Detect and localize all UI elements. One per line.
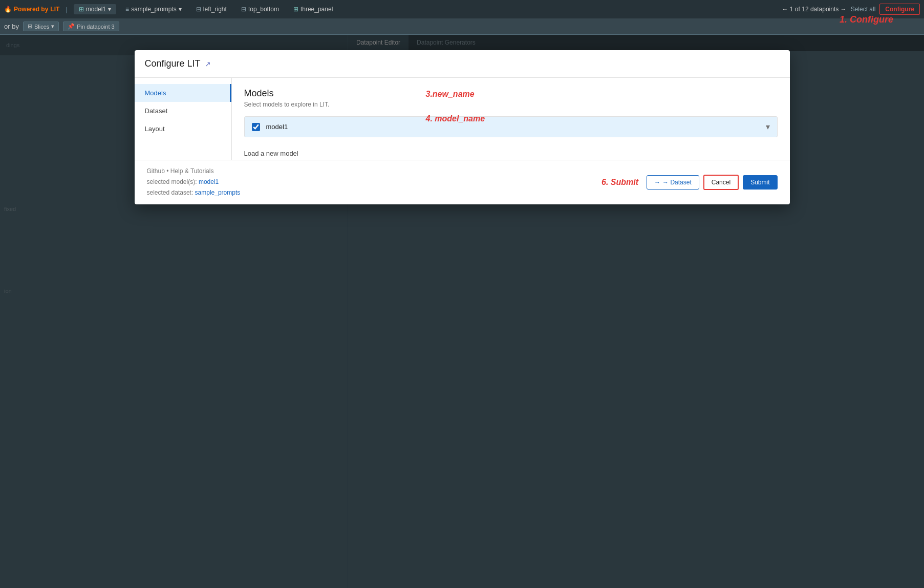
annotation-configure-wrapper: 1. Configure	[840, 14, 893, 25]
datapoints-nav: ← 1 of 12 datapoints →	[782, 6, 847, 13]
model1-chevron[interactable]: ▾	[766, 122, 770, 132]
configure-modal: Configure LIT ↗ Models Dataset Layout Mo…	[135, 50, 790, 204]
tab-three-panel[interactable]: ⊞ three_panel	[288, 4, 338, 14]
model-tab-icon: ⊞	[79, 6, 84, 13]
tab-label2: left_right	[203, 6, 227, 13]
pin-icon: 📌	[68, 23, 75, 30]
arrow-right-icon: →	[654, 179, 660, 186]
tab-label: sample_prompts	[131, 6, 177, 13]
slices-chevron: ▾	[51, 23, 54, 30]
selected-models-info: selected model(s): model1	[147, 177, 241, 187]
logo: 🔥 Powered by LIT	[4, 6, 59, 13]
sidebar-item-layout[interactable]: Layout	[135, 120, 231, 138]
model-tab[interactable]: ⊞ model1 ▾	[74, 4, 116, 14]
brand-text: Powered by	[14, 6, 48, 13]
model1-name: model1	[266, 123, 766, 131]
tab-sample-prompts[interactable]: ≡ sample_prompts ▾	[120, 4, 187, 14]
dataset-button[interactable]: → → Dataset	[647, 175, 699, 190]
flame-icon: 🔥	[4, 6, 12, 13]
slices-label: Slices	[34, 24, 49, 30]
top-bar-right: ← 1 of 12 datapoints → Select all Config…	[782, 4, 920, 15]
external-link-icon[interactable]: ↗	[205, 60, 211, 68]
pin-label: Pin datapoint 3	[77, 24, 114, 30]
tab-left-right[interactable]: ⊟ left_right	[191, 4, 232, 14]
sidebar-item-models[interactable]: Models	[135, 84, 231, 102]
sidebar-item-dataset[interactable]: Dataset	[135, 102, 231, 120]
model-item-model1[interactable]: model1 ▾	[244, 116, 778, 137]
models-section-subtitle: Select models to explore in LIT.	[244, 101, 778, 108]
slices-button[interactable]: ⊞ Slices ▾	[23, 22, 59, 31]
models-section-title: Models	[244, 88, 778, 99]
footer-actions: 6. Submit → → Dataset Cancel Submit	[601, 175, 777, 190]
pin-datapoint-button[interactable]: 📌 Pin datapoint 3	[63, 22, 119, 31]
submit-button[interactable]: Submit	[743, 175, 777, 190]
github-link[interactable]: Github	[147, 167, 165, 175]
main-area: dings ⤢ fixed ion Datapoint Editor Datap…	[0, 35, 924, 588]
modal-title: Configure LIT	[145, 58, 201, 69]
tab-chevron: ▾	[179, 6, 182, 13]
cancel-button[interactable]: Cancel	[703, 175, 739, 190]
select-all-btn[interactable]: Select all	[851, 6, 876, 13]
slices-icon: ⊞	[28, 23, 32, 30]
annotation-configure: 1. Configure	[840, 14, 893, 25]
model1-checkbox[interactable]	[252, 123, 260, 131]
selected-models-link[interactable]: model1	[199, 178, 219, 185]
footer-left: Github • Help & Tutorials selected model…	[147, 166, 241, 198]
tab-icon: ≡	[125, 6, 129, 13]
modal-footer: Github • Help & Tutorials selected model…	[135, 160, 790, 204]
load-section-title: Load a new model	[244, 150, 778, 157]
brand-name: LIT	[50, 6, 59, 13]
modal-main-content: Models Select models to explore in LIT. …	[232, 78, 790, 160]
divider: |	[66, 6, 67, 13]
annotation-submit: 6. Submit	[601, 178, 638, 187]
tab-top-bottom[interactable]: ⊟ top_bottom	[236, 4, 284, 14]
modal-body: Models Dataset Layout Models Select mode…	[135, 78, 790, 160]
modal-header: Configure LIT ↗	[135, 50, 790, 78]
tab-label4: three_panel	[300, 6, 333, 13]
top-bar: 🔥 Powered by LIT | ⊞ model1 ▾ ≡ sample_p…	[0, 0, 924, 18]
modal-overlay: Configure LIT ↗ Models Dataset Layout Mo…	[0, 35, 924, 588]
sub-bar: or by ⊞ Slices ▾ 📌 Pin datapoint 3	[0, 18, 924, 35]
dataset-btn-label: → Dataset	[662, 179, 692, 186]
modal-sidebar: Models Dataset Layout	[135, 78, 232, 160]
selected-dataset-info: selected dataset: sample_prompts	[147, 188, 241, 198]
separator: •	[166, 167, 170, 175]
selected-dataset-link[interactable]: sample_prompts	[195, 189, 241, 196]
help-link[interactable]: Help & Tutorials	[170, 167, 214, 175]
model-tab-label: model1	[86, 6, 106, 13]
sort-label: or by	[4, 23, 19, 30]
tab-icon2: ⊟	[196, 6, 201, 13]
github-help: Github • Help & Tutorials	[147, 166, 241, 176]
tab-icon3: ⊟	[241, 6, 246, 13]
tab-icon4: ⊞	[293, 6, 298, 13]
model-tab-chevron: ▾	[108, 6, 111, 13]
tab-label3: top_bottom	[248, 6, 279, 13]
configure-button[interactable]: Configure	[879, 4, 920, 15]
